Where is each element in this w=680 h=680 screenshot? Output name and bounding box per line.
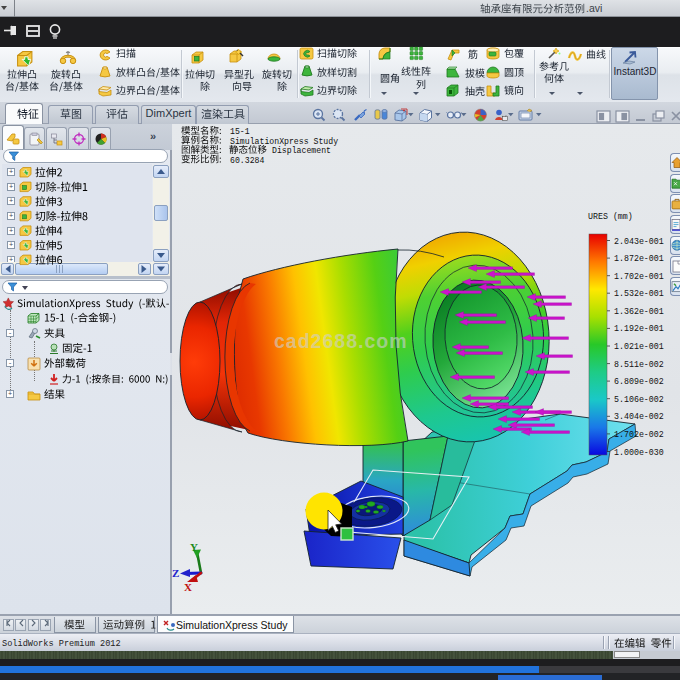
svg-text:1.362e-001: 1.362e-001 [614,307,664,316]
svg-text:6.809e-002: 6.809e-002 [614,377,664,386]
svg-text:1.021e-001: 1.021e-001 [614,342,664,351]
svg-text:1.702e-002: 1.702e-002 [614,430,664,439]
svg-text:1.702e-001: 1.702e-001 [614,272,664,281]
svg-text:8.511e-002: 8.511e-002 [614,360,664,369]
svg-text:URES (mm): URES (mm) [588,212,633,221]
svg-text:Y: Y [190,541,198,553]
svg-text:1.000e-030: 1.000e-030 [614,448,664,457]
svg-text:1.532e-001: 1.532e-001 [614,289,664,298]
svg-text:1.872e-001: 1.872e-001 [614,254,664,263]
svg-text:5.106e-002: 5.106e-002 [614,395,664,404]
svg-text:2.043e-001: 2.043e-001 [614,237,664,246]
svg-text:3.404e-002: 3.404e-002 [614,412,664,421]
svg-text:1.192e-001: 1.192e-001 [614,324,664,333]
svg-text:X: X [184,581,192,593]
svg-text:Z: Z [172,567,179,579]
